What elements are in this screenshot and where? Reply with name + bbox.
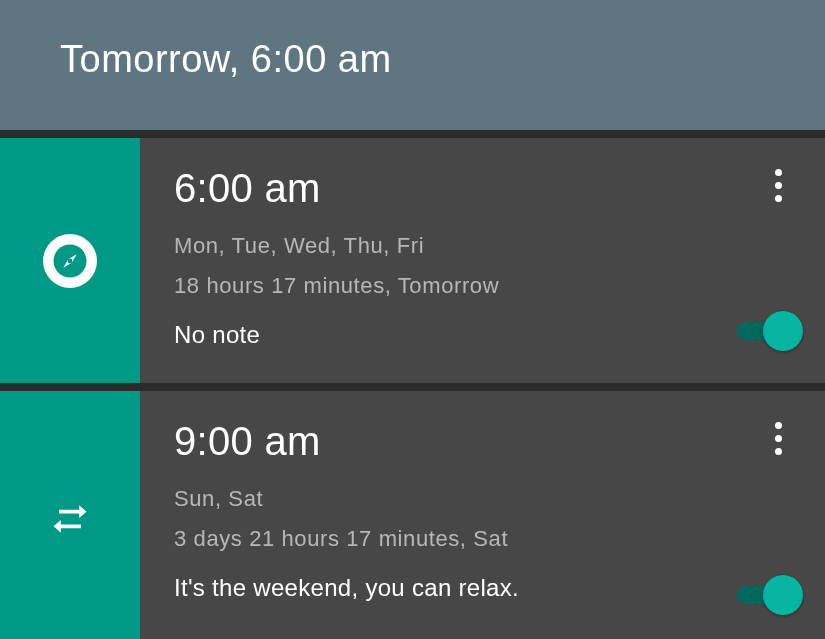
alarm-type-avatar[interactable] xyxy=(0,391,140,639)
svg-point-3 xyxy=(68,258,73,263)
alarm-time[interactable]: 6:00 am xyxy=(174,166,695,211)
more-options-button[interactable] xyxy=(761,421,795,455)
alarm-time[interactable]: 9:00 am xyxy=(174,419,695,464)
alarm-content: 9:00 am Sun, Sat 3 days 21 hours 17 minu… xyxy=(140,391,825,639)
alarm-note[interactable]: No note xyxy=(174,321,695,349)
alarm-remaining: 3 days 21 hours 17 minutes, Sat xyxy=(174,526,695,552)
alarm-remaining: 18 hours 17 minutes, Tomorrow xyxy=(174,273,695,299)
alarm-enable-toggle[interactable] xyxy=(737,575,803,615)
alarm-days[interactable]: Mon, Tue, Wed, Thu, Fri xyxy=(174,233,695,259)
alarm-card[interactable]: 9:00 am Sun, Sat 3 days 21 hours 17 minu… xyxy=(0,391,825,639)
toggle-thumb xyxy=(763,575,803,615)
more-options-button[interactable] xyxy=(761,168,795,202)
repeat-icon xyxy=(48,497,92,541)
toggle-thumb xyxy=(763,311,803,351)
alarm-content: 6:00 am Mon, Tue, Wed, Thu, Fri 18 hours… xyxy=(140,138,825,383)
more-vertical-icon xyxy=(775,169,782,202)
alarm-days[interactable]: Sun, Sat xyxy=(174,486,695,512)
compass-icon xyxy=(43,234,97,288)
header: Tomorrow, 6:00 am xyxy=(0,0,825,130)
alarm-list: 6:00 am Mon, Tue, Wed, Thu, Fri 18 hours… xyxy=(0,138,825,639)
alarm-card[interactable]: 6:00 am Mon, Tue, Wed, Thu, Fri 18 hours… xyxy=(0,138,825,383)
alarm-note[interactable]: It's the weekend, you can relax. xyxy=(174,574,695,602)
more-vertical-icon xyxy=(775,422,782,455)
next-alarm-title: Tomorrow, 6:00 am xyxy=(60,38,392,81)
alarm-type-avatar[interactable] xyxy=(0,138,140,383)
alarm-enable-toggle[interactable] xyxy=(737,311,803,351)
